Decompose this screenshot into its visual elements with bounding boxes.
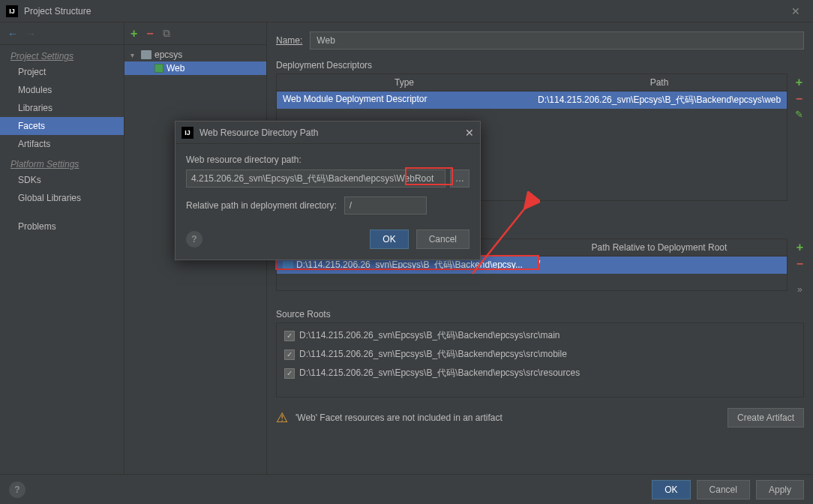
name-label: Name:: [276, 35, 302, 46]
help-icon[interactable]: ?: [186, 231, 202, 248]
deployment-label: Deployment Descriptors: [276, 60, 804, 70]
sidebar-item-global-libraries[interactable]: Global Libraries: [0, 189, 124, 207]
apply-button[interactable]: Apply: [756, 480, 804, 500]
sidebar-item-project[interactable]: Project: [0, 63, 124, 81]
col-path: Path: [532, 74, 787, 91]
add-icon[interactable]: +: [796, 76, 802, 89]
remove-icon[interactable]: −: [796, 92, 802, 106]
sidebar-item-modules[interactable]: Modules: [0, 81, 124, 99]
checkbox-icon[interactable]: ✓: [284, 331, 295, 341]
tree-row-root[interactable]: ▾ epcsys: [124, 48, 266, 62]
add-icon[interactable]: +: [130, 27, 137, 40]
col-rel-path: Path Relative to Deployment Root: [532, 239, 787, 256]
cell-type: Web Module Deployment Descriptor: [277, 92, 532, 109]
tree-root-label: epcsys: [154, 50, 182, 60]
intellij-icon: IJ: [6, 5, 18, 17]
tree-row-web[interactable]: Web: [124, 62, 266, 75]
warning-icon: ⚠: [276, 410, 288, 426]
dialog-title: Web Resource Directory Path: [200, 128, 465, 138]
source-row[interactable]: ✓ D:\114.215.206.26_svn\Epcsys\B_代码\Back…: [277, 326, 803, 345]
source-path: D:\114.215.206.26_svn\Epcsys\B_代码\Backen…: [299, 348, 567, 361]
warning-text: 'Web' Facet resources are not included i…: [296, 412, 502, 423]
ok-button[interactable]: OK: [652, 480, 690, 500]
sidebar-item-facets[interactable]: Facets: [0, 117, 124, 135]
chevron-down-icon[interactable]: ▾: [130, 51, 138, 59]
edit-icon[interactable]: ✎: [795, 109, 803, 120]
browse-button[interactable]: …: [450, 170, 470, 188]
section-project-settings: Project Settings: [0, 45, 124, 63]
rel-label: Relative path in deployment directory:: [186, 200, 337, 211]
sidebar-item-problems[interactable]: Problems: [0, 218, 124, 236]
sidebar-item-artifacts[interactable]: Artifacts: [0, 135, 124, 153]
checkbox-icon[interactable]: ✓: [284, 368, 295, 379]
back-icon[interactable]: ←: [8, 28, 18, 40]
sidebar: ← → Project Settings Project Modules Lib…: [0, 22, 124, 474]
name-input[interactable]: [310, 32, 804, 50]
sidebar-item-sdks[interactable]: SDKs: [0, 171, 124, 189]
section-platform-settings: Platform Settings: [0, 153, 124, 171]
web-icon: [154, 64, 164, 73]
bottom-bar: ? OK Cancel Apply: [0, 474, 813, 504]
intellij-icon: IJ: [182, 127, 194, 139]
remove-icon[interactable]: −: [146, 27, 153, 40]
window-title: Project Structure: [24, 6, 784, 16]
copy-icon[interactable]: ⧉: [163, 27, 170, 40]
rel-input[interactable]: [344, 196, 427, 214]
col-type: Type: [277, 74, 532, 91]
tree: ▾ epcsys Web: [124, 45, 266, 78]
tree-child-label: Web: [166, 63, 184, 74]
checkbox-icon[interactable]: ✓: [284, 350, 295, 360]
cancel-button[interactable]: Cancel: [697, 480, 750, 500]
path-label: Web resource directory path:: [186, 154, 470, 165]
source-roots-box: ✓ D:\114.215.206.26_svn\Epcsys\B_代码\Back…: [276, 322, 804, 398]
close-icon[interactable]: ✕: [784, 5, 807, 17]
cell-rel: /: [532, 256, 787, 274]
dialog-cancel-button[interactable]: Cancel: [416, 230, 470, 249]
more-icon[interactable]: »: [797, 284, 802, 295]
table-row[interactable]: Web Module Deployment Descriptor D:\114.…: [277, 92, 787, 109]
folder-icon: [141, 50, 152, 59]
source-row[interactable]: ✓ D:\114.215.206.26_svn\Epcsys\B_代码\Back…: [277, 345, 803, 364]
dialog-web-resource-path: IJ Web Resource Directory Path ✕ Web res…: [175, 121, 481, 260]
close-icon[interactable]: ✕: [465, 127, 474, 139]
tree-toolbar: + − ⧉: [124, 22, 266, 45]
remove-icon[interactable]: −: [796, 257, 803, 271]
help-icon[interactable]: ?: [9, 482, 26, 498]
create-artifact-button[interactable]: Create Artifact: [728, 408, 804, 428]
path-input[interactable]: [186, 170, 446, 188]
source-path: D:\114.215.206.26_svn\Epcsys\B_代码\Backen…: [299, 329, 560, 342]
source-row[interactable]: ✓ D:\114.215.206.26_svn\Epcsys\B_代码\Back…: [277, 364, 803, 382]
sidebar-item-libraries[interactable]: Libraries: [0, 99, 124, 117]
titlebar: IJ Project Structure ✕: [0, 0, 813, 22]
cell-path: D:\114.215.206.26_svn\Epcsys\B_代码\Backen…: [532, 92, 787, 109]
add-icon[interactable]: +: [796, 241, 803, 254]
source-path: D:\114.215.206.26_svn\Epcsys\B_代码\Backen…: [299, 367, 580, 380]
source-roots-label: Source Roots: [276, 309, 804, 320]
forward-icon[interactable]: →: [26, 28, 36, 40]
sidebar-nav: ← →: [0, 22, 124, 45]
folder-icon: [283, 261, 293, 270]
dialog-ok-button[interactable]: OK: [370, 230, 408, 249]
